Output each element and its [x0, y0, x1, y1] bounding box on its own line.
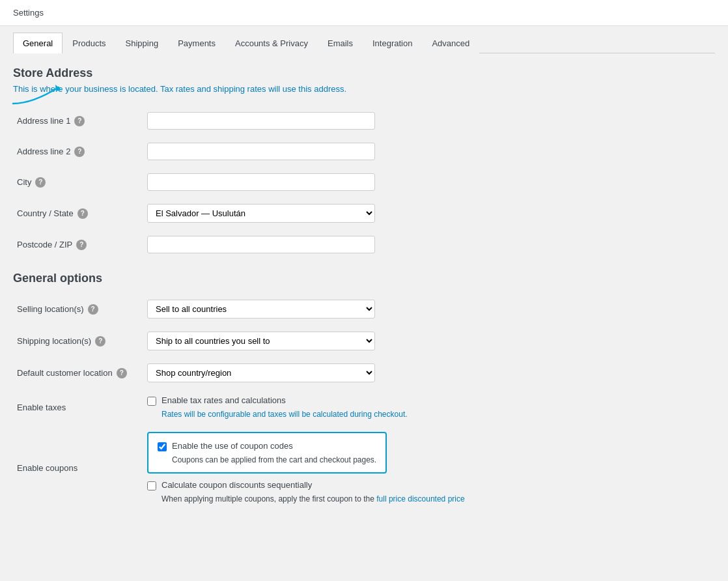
address1-help-icon[interactable]: ?	[74, 116, 85, 126]
country-state-select[interactable]: El Salvador — Usulután	[147, 204, 375, 223]
coupon-use-checkbox-row: Enable the use of coupon codes	[158, 441, 376, 451]
selling-locations-select[interactable]: Sell to all countries Sell to specific c…	[147, 300, 375, 319]
default-customer-location-row: Default customer location ? No location …	[13, 357, 715, 389]
enable-coupons-box: Enable the use of coupon codes Coupons c…	[147, 432, 387, 474]
settings-tabs: General Products Shipping Payments Accou…	[13, 33, 715, 53]
enable-taxes-checkbox-label[interactable]: Enable tax rates and calculations	[161, 395, 286, 405]
address2-help-icon[interactable]: ?	[74, 147, 85, 157]
page-title: Settings	[13, 8, 44, 18]
city-label: City	[17, 177, 31, 187]
enable-coupons-row: Enable coupons Enable the use of coupon …	[13, 425, 715, 510]
enable-taxes-checkbox[interactable]	[147, 397, 156, 406]
default-customer-location-select[interactable]: No location by default Shop base address…	[147, 363, 375, 382]
calc-coupon-checkbox-row: Calculate coupon discounts sequentially	[147, 480, 711, 490]
calc-coupon-desc-part1: When applying multiple coupons, apply th…	[161, 494, 374, 503]
shipping-locations-select[interactable]: Ship to all countries you sell to Ship t…	[147, 332, 375, 350]
address2-row: Address line 2 ?	[13, 136, 715, 167]
store-address-title: Store Address	[13, 66, 92, 80]
calc-coupon-highlight2: discounted price	[408, 494, 464, 503]
selling-locations-help-icon[interactable]: ?	[88, 304, 98, 315]
enable-taxes-checkbox-row: Enable tax rates and calculations	[147, 395, 711, 406]
postcode-input[interactable]	[147, 236, 375, 253]
selling-locations-row: Selling location(s) ? Sell to all countr…	[13, 293, 715, 325]
enable-coupons-desc: Coupons can be applied from the cart and…	[172, 455, 376, 464]
store-address-table: Address line 1 ? Address line 2 ?	[13, 106, 715, 260]
country-state-row: Country / State ? El Salvador — Usulután	[13, 197, 715, 229]
selling-locations-label: Selling location(s)	[17, 304, 84, 314]
country-state-label: Country / State	[17, 208, 74, 218]
enable-taxes-row: Enable taxes Enable tax rates and calcul…	[13, 389, 715, 425]
calc-coupon-highlight1: full price	[376, 494, 406, 503]
tab-integration[interactable]: Integration	[363, 33, 422, 53]
enable-coupons-label: Enable coupons	[17, 463, 77, 473]
city-input[interactable]	[147, 173, 375, 191]
default-customer-location-label: Default customer location	[17, 368, 113, 378]
tab-accounts-privacy[interactable]: Accounts & Privacy	[225, 33, 318, 53]
address1-label: Address line 1	[17, 116, 70, 126]
country-state-help-icon[interactable]: ?	[77, 208, 88, 219]
calc-coupon-checkbox[interactable]	[147, 481, 156, 490]
postcode-help-icon[interactable]: ?	[76, 240, 87, 250]
tab-general[interactable]: General	[13, 33, 63, 53]
postcode-row: Postcode / ZIP ?	[13, 229, 715, 260]
enable-coupons-checkbox[interactable]	[158, 442, 167, 451]
postcode-label: Postcode / ZIP	[17, 240, 72, 249]
shipping-locations-row: Shipping location(s) ? Ship to all count…	[13, 325, 715, 357]
enable-taxes-desc: Rates will be configurable and taxes wil…	[161, 410, 711, 419]
calc-coupon-row: Calculate coupon discounts sequentially …	[147, 480, 711, 503]
store-address-desc: This is where your business is located. …	[13, 84, 715, 94]
calc-coupon-checkbox-label[interactable]: Calculate coupon discounts sequentially	[161, 480, 312, 490]
tab-shipping[interactable]: Shipping	[116, 33, 169, 53]
address1-row: Address line 1 ?	[13, 106, 715, 136]
address2-input[interactable]	[147, 143, 375, 160]
tab-payments[interactable]: Payments	[168, 33, 225, 53]
address2-label: Address line 2	[17, 147, 70, 156]
tab-products[interactable]: Products	[63, 33, 115, 53]
city-help-icon[interactable]: ?	[35, 177, 46, 188]
shipping-locations-label: Shipping location(s)	[17, 336, 91, 346]
address1-input[interactable]	[147, 112, 375, 130]
tab-advanced[interactable]: Advanced	[422, 33, 479, 53]
enable-coupons-checkbox-label[interactable]: Enable the use of coupon codes	[172, 441, 293, 451]
general-options-title: General options	[13, 272, 715, 285]
calc-coupon-desc: When applying multiple coupons, apply th…	[161, 494, 711, 503]
default-customer-location-help-icon[interactable]: ?	[117, 368, 127, 378]
city-row: City ?	[13, 167, 715, 197]
enable-taxes-label: Enable taxes	[17, 403, 66, 412]
tab-emails[interactable]: Emails	[318, 33, 363, 53]
shipping-locations-help-icon[interactable]: ?	[95, 336, 105, 347]
general-options-table: Selling location(s) ? Sell to all countr…	[13, 293, 715, 510]
